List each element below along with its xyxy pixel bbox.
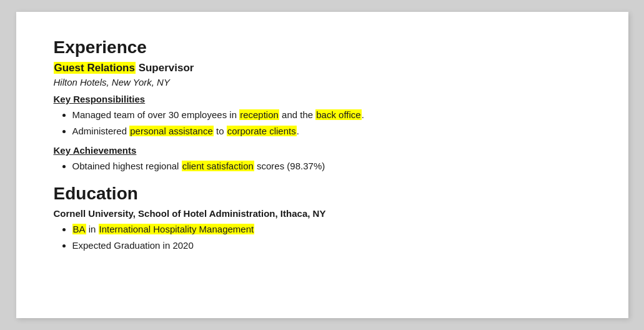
resp2-highlight1: personal assistance	[129, 126, 214, 136]
resp2-suffix: .	[297, 126, 299, 136]
education-heading: Education	[54, 183, 591, 204]
achievements-list: Obtained highest regional client satisfa…	[72, 159, 591, 174]
edu1-highlight1: BA	[72, 224, 86, 234]
ach1-suffix: scores (98.37%)	[254, 161, 325, 171]
experience-section: Experience Guest Relations Supervisor Hi…	[54, 37, 591, 173]
resp2-highlight2: corporate clients	[227, 126, 297, 136]
resp1-suffix: .	[362, 109, 364, 120]
edu2-text: Expected Graduation in 2020	[72, 240, 194, 251]
responsibility-item-1: Managed team of over 30 employees in rec…	[72, 108, 591, 122]
resp1-highlight1: reception	[239, 109, 279, 120]
education-list: BA in International Hospitality Manageme…	[72, 222, 591, 253]
resp1-prefix: Managed team of over 30 employees in	[72, 109, 240, 120]
resp1-middle: and the	[279, 109, 315, 120]
resp1-highlight2: back office	[315, 109, 361, 120]
education-institution: Cornell University, School of Hotel Admi…	[54, 208, 591, 219]
responsibilities-list: Managed team of over 30 employees in rec…	[72, 108, 591, 139]
resp2-prefix: Administered	[72, 126, 130, 136]
achievements-heading: Key Achievements	[54, 145, 591, 156]
company-line: Hilton Hotels, New York, NY	[54, 77, 591, 88]
ach1-highlight: client satisfaction	[182, 161, 254, 171]
education-item-1: BA in International Hospitality Manageme…	[72, 222, 591, 237]
job-title-line: Guest Relations Supervisor	[54, 62, 591, 74]
education-item-2: Expected Graduation in 2020	[72, 239, 591, 253]
edu1-middle: in	[86, 224, 99, 234]
education-section: Education Cornell University, School of …	[54, 183, 591, 253]
job-title-rest: Supervisor	[136, 62, 194, 74]
edu1-highlight2: International Hospitality Management	[99, 224, 255, 234]
achievement-item-1: Obtained highest regional client satisfa…	[72, 159, 591, 174]
responsibility-item-2: Administered personal assistance to corp…	[72, 124, 591, 139]
ach1-prefix: Obtained highest regional	[72, 161, 182, 171]
document-card: Experience Guest Relations Supervisor Hi…	[16, 12, 628, 318]
responsibilities-heading: Key Responsibilities	[54, 94, 591, 104]
job-title-highlight: Guest Relations	[54, 62, 136, 74]
experience-heading: Experience	[54, 37, 591, 58]
resp2-middle: to	[214, 126, 227, 136]
